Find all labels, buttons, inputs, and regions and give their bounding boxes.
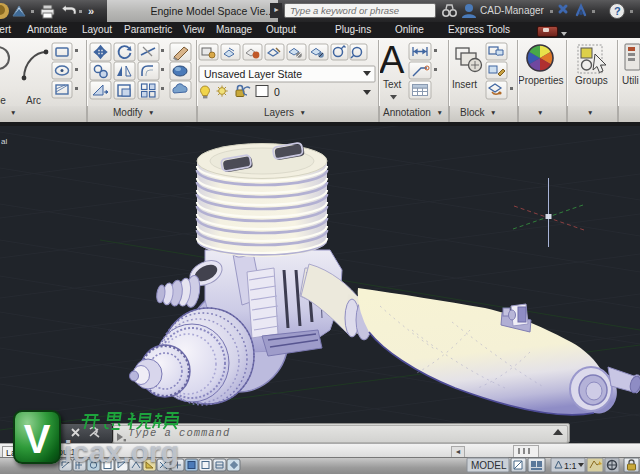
svg-text:0: 0 [274, 86, 280, 98]
svg-text:al: al [1, 137, 7, 146]
svg-text:le: le [0, 95, 6, 106]
svg-text:Insert: Insert [452, 79, 477, 90]
svg-text:Unsaved Layer State: Unsaved Layer State [204, 68, 302, 80]
svg-text:?: ? [614, 5, 621, 17]
svg-text:MODEL: MODEL [471, 460, 507, 471]
svg-text:Utili: Utili [622, 75, 639, 86]
svg-text:1:1: 1:1 [564, 461, 577, 471]
svg-text:Groups: Groups [575, 75, 608, 86]
svg-text:A: A [379, 40, 405, 81]
svg-text:Properties: Properties [518, 75, 564, 86]
svg-text:»: » [88, 5, 94, 17]
svg-text:Text: Text [383, 79, 402, 90]
svg-text:Arc: Arc [26, 95, 41, 106]
